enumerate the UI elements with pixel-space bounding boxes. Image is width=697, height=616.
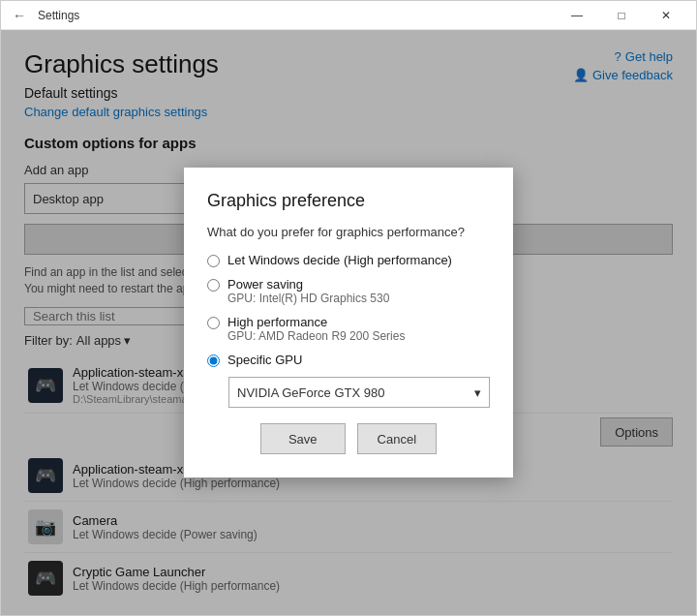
- radio-sub-label: GPU: Intel(R) HD Graphics 530: [227, 292, 389, 305]
- titlebar-left: ← Settings: [9, 6, 79, 25]
- radio-main-label: Power saving: [227, 277, 389, 292]
- back-button[interactable]: ←: [9, 6, 30, 25]
- graphics-preference-modal: Graphics preference What do you prefer f…: [184, 168, 513, 477]
- gpu-dropdown-value: NVIDIA GeForce GTX 980: [237, 385, 384, 400]
- radio-power-saving[interactable]: [207, 279, 220, 292]
- radio-windows-decide[interactable]: [207, 255, 220, 267]
- radio-high-performance[interactable]: [207, 317, 220, 329]
- radio-sub-label: GPU: AMD Radeon R9 200 Series: [227, 329, 405, 343]
- radio-option-power-saving[interactable]: Power saving GPU: Intel(R) HD Graphics 5…: [207, 277, 490, 305]
- radio-main-label: Let Windows decide (High performance): [227, 253, 452, 267]
- maximize-button[interactable]: □: [599, 1, 644, 30]
- radio-label: Let Windows decide (High performance): [227, 253, 452, 267]
- gpu-dropdown[interactable]: NVIDIA GeForce GTX 980 ▾: [228, 377, 490, 408]
- radio-label: Power saving GPU: Intel(R) HD Graphics 5…: [227, 277, 389, 305]
- titlebar: ← Settings — □ ✕: [1, 1, 696, 30]
- modal-question: What do you prefer for graphics performa…: [207, 225, 490, 239]
- radio-option-windows-decide[interactable]: Let Windows decide (High performance): [207, 253, 490, 267]
- window-controls: — □ ✕: [555, 1, 688, 30]
- modal-title: Graphics preference: [207, 191, 490, 211]
- close-button[interactable]: ✕: [644, 1, 688, 30]
- radio-specific-gpu[interactable]: [207, 354, 220, 367]
- radio-main-label: Specific GPU: [227, 353, 302, 367]
- main-window: ← Settings — □ ✕ ? Get help 👤 Give feedb…: [0, 0, 697, 616]
- titlebar-title: Settings: [38, 9, 79, 22]
- radio-main-label: High performance: [227, 315, 405, 329]
- minimize-button[interactable]: —: [555, 1, 599, 30]
- radio-label: Specific GPU: [227, 353, 302, 367]
- modal-buttons: Save Cancel: [207, 423, 490, 454]
- gpu-dropdown-row: NVIDIA GeForce GTX 980 ▾: [207, 377, 490, 408]
- modal-cancel-button[interactable]: Cancel: [357, 423, 437, 454]
- radio-label: High performance GPU: AMD Radeon R9 200 …: [227, 315, 405, 343]
- radio-option-specific-gpu[interactable]: Specific GPU: [207, 353, 490, 367]
- radio-option-high-performance[interactable]: High performance GPU: AMD Radeon R9 200 …: [207, 315, 490, 343]
- page-content: ? Get help 👤 Give feedback Graphics sett…: [1, 30, 696, 615]
- gpu-dropdown-arrow-icon: ▾: [474, 385, 481, 400]
- modal-overlay: Graphics preference What do you prefer f…: [1, 30, 696, 615]
- modal-save-button[interactable]: Save: [260, 423, 346, 454]
